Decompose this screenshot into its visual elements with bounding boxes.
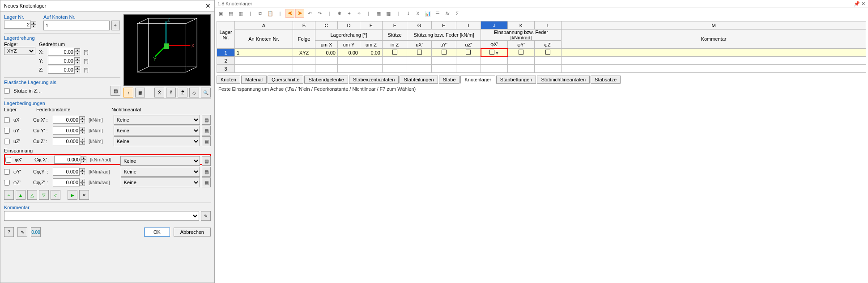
tb-fx-icon[interactable]: fx — [443, 9, 452, 18]
help-icon[interactable]: ？ — [4, 227, 14, 237]
tb-copy-icon[interactable]: ⧉ — [256, 9, 265, 18]
tb-sum-icon[interactable]: Σ — [453, 9, 462, 18]
tb-open-icon[interactable]: ▤ — [226, 9, 235, 18]
tb-list-icon[interactable]: ☰ — [433, 9, 442, 18]
table-row[interactable]: 1 1 XYZ 0.00 0.00 0.00 ▼ — [217, 49, 866, 57]
support-fixed-icon[interactable]: ▲ — [16, 190, 26, 200]
tab-stabsaetze[interactable]: Stabsätze — [591, 76, 621, 84]
tab-stabteilungen[interactable]: Stabteilungen — [400, 76, 438, 84]
uy-nonlin-select[interactable]: Keine — [114, 126, 200, 135]
tb-b-icon[interactable]: ✦ — [345, 9, 353, 18]
phiy-edit-icon[interactable]: ▤ — [202, 167, 211, 177]
uz-edit-icon[interactable]: ▤ — [202, 136, 211, 146]
ux-nonlin-select[interactable]: Keine — [114, 115, 200, 125]
tb-d-icon[interactable]: ▦ — [374, 9, 383, 18]
tab-stabexz[interactable]: Stabexzentrizitäten — [349, 76, 399, 84]
edit-icon[interactable]: ✎ — [17, 227, 27, 237]
cux-input[interactable] — [53, 116, 80, 124]
uz-nonlin-select[interactable]: Keine — [114, 136, 200, 146]
preview-3d[interactable]: X Y Z — [123, 14, 211, 86]
phiy-nonlin-select[interactable]: Keine — [121, 167, 200, 177]
tb-chart-icon[interactable]: 📊 — [423, 9, 432, 18]
uy-edit-icon[interactable]: ▤ — [202, 126, 211, 135]
tb-save-icon[interactable]: ▥ — [236, 9, 245, 18]
support-none-icon[interactable]: ✕ — [79, 190, 89, 200]
cphiz-input[interactable] — [53, 178, 80, 186]
kommentar-input[interactable] — [4, 211, 199, 221]
units-icon[interactable]: 0.00 — [31, 227, 41, 237]
table-row[interactable]: 3 — [217, 65, 866, 73]
lager-nr-input[interactable] — [4, 21, 31, 29]
ux-checkbox[interactable] — [4, 117, 10, 123]
ok-button[interactable]: OK — [144, 228, 170, 237]
stuetze-edit-icon[interactable]: ▤ — [111, 86, 120, 96]
cuz-input[interactable] — [53, 137, 80, 145]
uy-checkbox[interactable] — [4, 128, 10, 134]
uz-checkbox[interactable] — [4, 139, 10, 144]
kommentar-edit-icon[interactable]: ✎ — [201, 211, 211, 221]
view-wire-icon[interactable]: ▦ — [135, 88, 145, 97]
phix-nonlin-select[interactable]: Keine — [120, 156, 200, 166]
cphiy-input[interactable] — [53, 168, 80, 176]
tb-arrow-l-icon[interactable]: ⮜ — [285, 9, 294, 18]
support-roller-x-icon[interactable]: △ — [27, 190, 37, 200]
phiy-checkbox[interactable] — [4, 169, 10, 175]
phiz-checkbox[interactable] — [4, 180, 10, 186]
view-iso-icon[interactable]: ◇ — [189, 88, 199, 97]
tab-stabendgelenke[interactable]: Stabendgelenke — [304, 76, 348, 84]
view-axes-icon[interactable]: ↕ — [123, 88, 133, 97]
auf-knoten-input[interactable] — [43, 21, 110, 30]
tab-staebe[interactable]: Stäbe — [439, 76, 460, 84]
grid-knotenlager[interactable]: Lager Nr. A B C D E F G H I J K L M An K… — [217, 21, 866, 73]
support-hinged-icon[interactable]: ⫨ — [4, 190, 14, 200]
kommentar-label: Kommentar — [4, 205, 211, 210]
phiz-nonlin-select[interactable]: Keine — [121, 177, 200, 187]
tab-knoten[interactable]: Knoten — [217, 76, 240, 84]
folge-select[interactable]: XYZ — [4, 47, 35, 55]
phiz-edit-icon[interactable]: ▤ — [202, 177, 211, 187]
tb-export-icon[interactable]: ⤓ — [404, 9, 413, 18]
view-x-icon[interactable]: X̂ — [154, 88, 164, 97]
ux-edit-icon[interactable]: ▤ — [202, 115, 211, 125]
rot-x-input[interactable] — [48, 48, 75, 56]
support-roller-y-icon[interactable]: ▽ — [39, 190, 49, 200]
table-row[interactable]: 2 — [217, 57, 866, 65]
cphix-input[interactable] — [54, 156, 81, 164]
tb-redo-icon[interactable]: ↷ — [315, 9, 324, 18]
cell-phix-highlight[interactable]: ▼ — [481, 49, 508, 57]
tb-e-icon[interactable]: ▩ — [384, 9, 393, 18]
rot-y-input[interactable] — [48, 57, 75, 65]
tab-material[interactable]: Material — [241, 76, 267, 84]
view-zoom-icon[interactable]: 🔍 — [201, 88, 211, 97]
tb-excel-icon[interactable]: X — [413, 9, 422, 18]
tb-paste-icon[interactable]: 📋 — [266, 9, 275, 18]
close-icon[interactable]: ✕ — [205, 2, 211, 9]
toolbar: ▣ ▤ ▥ | ⧉ 📋 | ⮜ ⮞ ↶ ↷ | ✱ ✦ ✧ | ▦ ▩ | ⤓ … — [215, 8, 868, 19]
view-y-icon[interactable]: Ŷ — [166, 88, 176, 97]
tab-stabbettungen[interactable]: Stabbettungen — [496, 76, 536, 84]
cuy-input[interactable] — [53, 127, 80, 135]
spin-up-icon[interactable]: ▲ — [31, 21, 36, 25]
tab-querschnitte[interactable]: Querschnitte — [268, 76, 303, 84]
cancel-button[interactable]: Abbrechen — [174, 228, 211, 237]
tb-arrow-r-icon[interactable]: ⮞ — [295, 9, 304, 18]
support-free-icon[interactable]: ▶ — [68, 190, 77, 200]
pin-icon[interactable]: 📌 — [854, 1, 860, 6]
phix-checkbox[interactable] — [5, 157, 11, 163]
tb-new-icon[interactable]: ▣ — [217, 9, 226, 18]
tab-stabnichtlin[interactable]: Stabnichtlinearitäten — [537, 76, 590, 84]
pick-node-icon[interactable]: ⌖ — [111, 21, 120, 30]
tab-knotenlager[interactable]: Knotenlager — [460, 76, 495, 84]
svg-line-2 — [137, 18, 149, 24]
pane-close-icon[interactable]: ✕ — [861, 1, 865, 6]
tb-undo-icon[interactable]: ↶ — [305, 9, 314, 18]
svg-line-5 — [186, 67, 197, 72]
rot-z-input[interactable] — [48, 66, 75, 74]
phix-edit-icon[interactable]: ▤ — [202, 156, 211, 166]
spin-down-icon[interactable]: ▼ — [31, 25, 36, 28]
tb-c-icon[interactable]: ✧ — [354, 9, 363, 18]
stuetze-z-checkbox[interactable] — [4, 88, 10, 94]
view-z-icon[interactable]: Ẑ — [178, 88, 187, 97]
support-roller-z-icon[interactable]: ◁ — [51, 190, 60, 200]
tb-a-icon[interactable]: ✱ — [335, 9, 344, 18]
